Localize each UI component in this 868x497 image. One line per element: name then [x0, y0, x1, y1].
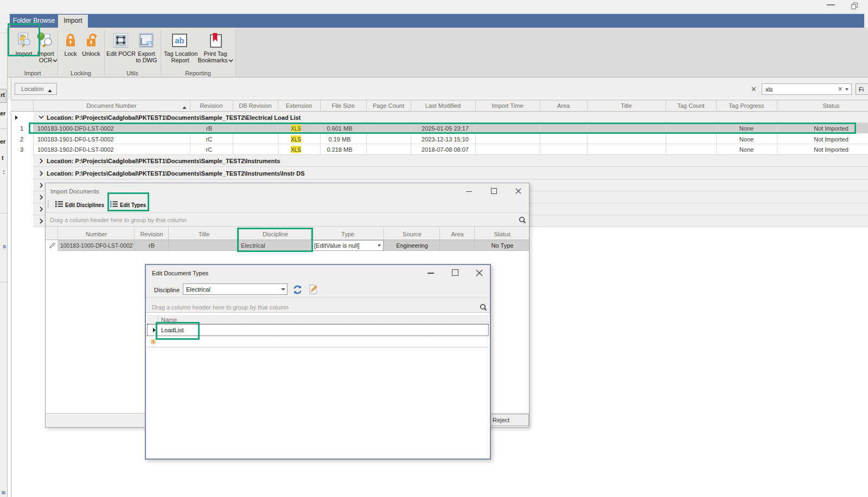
svg-text:ab: ab	[175, 36, 184, 45]
